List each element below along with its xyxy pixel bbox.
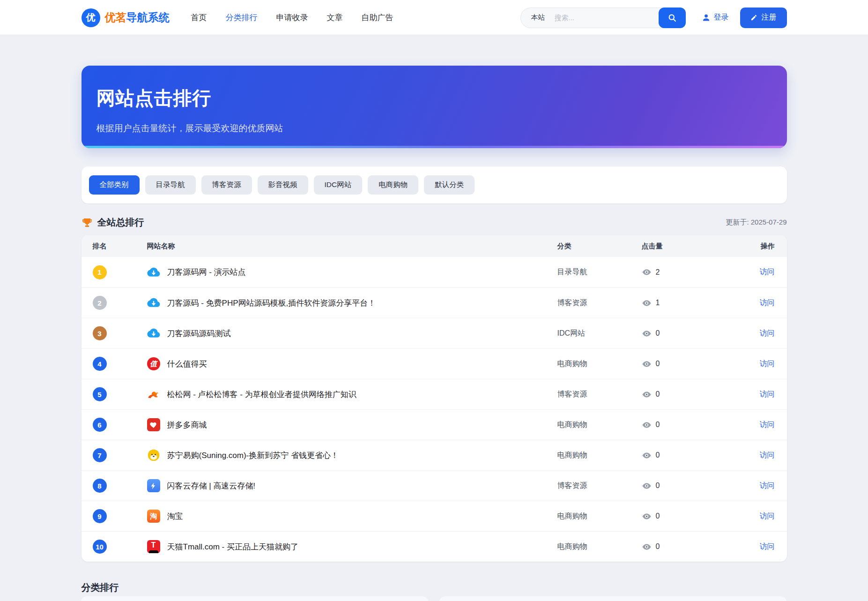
column-header-clicks: 点击量 <box>642 242 742 251</box>
table-row: 5 松松网 - 卢松松博客 - 为草根创业者提供网络推广知识 博客资源 0 访问 <box>82 379 787 409</box>
category-label: 电商购物 <box>557 511 642 521</box>
lightning-icon <box>147 479 160 492</box>
visit-link[interactable]: 访问 <box>760 481 775 491</box>
rank-badge: 8 <box>93 479 107 493</box>
brand-name: 优茗导航系统 <box>105 10 170 25</box>
rank-badge: 6 <box>93 418 107 432</box>
visit-link[interactable]: 访问 <box>760 390 775 399</box>
login-label: 登录 <box>714 13 729 23</box>
trophy-icon <box>82 217 93 228</box>
category-filter-bar: 全部类别 目录导航 博客资源 影音视频 IDC网站 电商购物 默认分类 <box>82 166 787 203</box>
rank-badge: 5 <box>93 387 107 401</box>
nav-item-submit-site[interactable]: 申请收录 <box>276 12 308 23</box>
click-count: 0 <box>656 451 660 459</box>
hero-banner: 网站点击排行 根据用户点击量统计，展示最受欢迎的优质网站 <box>82 66 787 148</box>
eye-icon <box>642 390 652 399</box>
zhi-badge-icon: 值 <box>147 357 160 370</box>
site-link[interactable]: 天猫Tmall.com - 买正品上天猫就购了 <box>167 541 299 552</box>
filter-default[interactable]: 默认分类 <box>424 175 475 195</box>
table-row: 8 闪客云存储 | 高速云存储! 博客资源 0 访问 <box>82 470 787 501</box>
search-input[interactable] <box>555 14 630 22</box>
click-count: 1 <box>656 299 660 307</box>
topbar-right: 本站 <box>520 8 787 28</box>
category-ranking-card-left <box>81 596 428 601</box>
eye-icon <box>642 298 652 308</box>
category-label: 电商购物 <box>557 542 642 552</box>
visit-link[interactable]: 访问 <box>760 359 775 369</box>
visit-link[interactable]: 访问 <box>760 267 775 277</box>
rank-badge: 4 <box>93 357 107 371</box>
site-link[interactable]: 刀客源码源码测试 <box>167 328 231 339</box>
tao-icon: 淘 <box>147 510 160 523</box>
cloud-download-icon <box>147 266 160 279</box>
page-subtitle: 根据用户点击量统计，展示最受欢迎的优质网站 <box>96 122 772 135</box>
category-label: IDC网站 <box>557 329 642 338</box>
filter-blog[interactable]: 博客资源 <box>201 175 252 195</box>
filter-ecommerce[interactable]: 电商购物 <box>368 175 418 195</box>
nav-item-category-ranking[interactable]: 分类排行 <box>226 12 258 23</box>
visit-link[interactable]: 访问 <box>760 542 775 552</box>
filter-directory[interactable]: 目录导航 <box>145 175 196 195</box>
site-link[interactable]: 什么值得买 <box>167 359 207 369</box>
brand-logo-icon: 优 <box>82 8 100 27</box>
site-link[interactable]: 松松网 - 卢松松博客 - 为草根创业者提供网络推广知识 <box>167 389 356 400</box>
click-count: 0 <box>656 542 660 551</box>
category-ranking-title: 分类排行 <box>82 581 787 594</box>
visit-link[interactable]: 访问 <box>760 298 775 308</box>
main-nav: 首页 分类排行 申请收录 文章 自助广告 <box>191 12 393 23</box>
table-row: 7 苏宁易购(Suning.com)-换新到苏宁 省钱更省心！ 电商购物 <box>82 440 787 470</box>
column-header-name: 网站名称 <box>147 242 557 251</box>
ranking-section-header: 全站总排行 更新于: 2025-07-29 <box>82 216 787 229</box>
visit-link[interactable]: 访问 <box>760 451 775 460</box>
rank-badge: 10 <box>93 540 107 554</box>
column-header-action: 操作 <box>742 242 787 251</box>
category-label: 博客资源 <box>557 390 642 399</box>
table-row: 1 刀客源码网 - 演示站点 目录导航 2 访问 <box>82 257 787 287</box>
nav-item-articles[interactable]: 文章 <box>327 12 343 23</box>
eye-icon <box>642 267 652 277</box>
table-row: 4 值 什么值得买 电商购物 0 访问 <box>82 348 787 379</box>
visit-link[interactable]: 访问 <box>760 511 775 521</box>
column-header-rank: 排名 <box>82 242 147 251</box>
nav-item-self-ads[interactable]: 自助广告 <box>362 12 393 23</box>
table-row: 6 拼多多商城 电商购物 0 访问 <box>82 409 787 440</box>
site-link[interactable]: 刀客源码 - 免费PHP网站源码模板,插件软件资源分享平台！ <box>167 298 376 308</box>
register-button[interactable]: 注册 <box>740 8 787 28</box>
table-header-row: 排名 网站名称 分类 点击量 操作 <box>82 235 787 257</box>
click-count: 2 <box>656 268 660 277</box>
eye-icon <box>642 542 652 552</box>
pencil-icon <box>750 14 757 21</box>
site-link[interactable]: 拼多多商城 <box>167 420 207 430</box>
nav-item-home[interactable]: 首页 <box>191 12 207 23</box>
rank-badge: 7 <box>93 448 107 462</box>
visit-link[interactable]: 访问 <box>760 420 775 430</box>
filter-idc[interactable]: IDC网站 <box>314 175 363 195</box>
category-label: 博客资源 <box>557 298 642 308</box>
tmall-cat-icon: T <box>147 540 160 553</box>
visit-link[interactable]: 访问 <box>760 329 775 338</box>
category-ranking-card-right <box>439 596 786 601</box>
site-link[interactable]: 刀客源码网 - 演示站点 <box>167 267 246 278</box>
site-link[interactable]: 苏宁易购(Suning.com)-换新到苏宁 省钱更省心！ <box>167 450 339 461</box>
click-count: 0 <box>656 481 660 490</box>
ranking-table: 排名 网站名称 分类 点击量 操作 1 刀客源码网 - 演示站点 目录导航 <box>82 235 787 562</box>
brand-logo[interactable]: 优 优茗导航系统 <box>82 8 170 27</box>
site-link[interactable]: 淘宝 <box>167 511 183 522</box>
search-button[interactable] <box>659 8 686 28</box>
rank-badge: 3 <box>93 326 107 340</box>
eye-icon <box>642 451 652 460</box>
search-box: 本站 <box>520 8 686 28</box>
page-title: 网站点击排行 <box>96 85 772 111</box>
filter-all[interactable]: 全部类别 <box>89 175 140 195</box>
site-link[interactable]: 闪客云存储 | 高速云存储! <box>167 481 256 491</box>
page: 优 优茗导航系统 首页 分类排行 申请收录 文章 自助广告 本站 <box>0 0 868 601</box>
eye-icon <box>642 511 652 521</box>
login-link[interactable]: 登录 <box>702 13 729 23</box>
user-icon <box>702 13 711 22</box>
register-label: 注册 <box>762 13 777 23</box>
squirrel-icon <box>147 388 160 401</box>
search-scope-select[interactable]: 本站 <box>531 13 545 22</box>
lion-icon <box>147 449 160 462</box>
filter-video[interactable]: 影音视频 <box>258 175 308 195</box>
eye-icon <box>642 329 652 338</box>
